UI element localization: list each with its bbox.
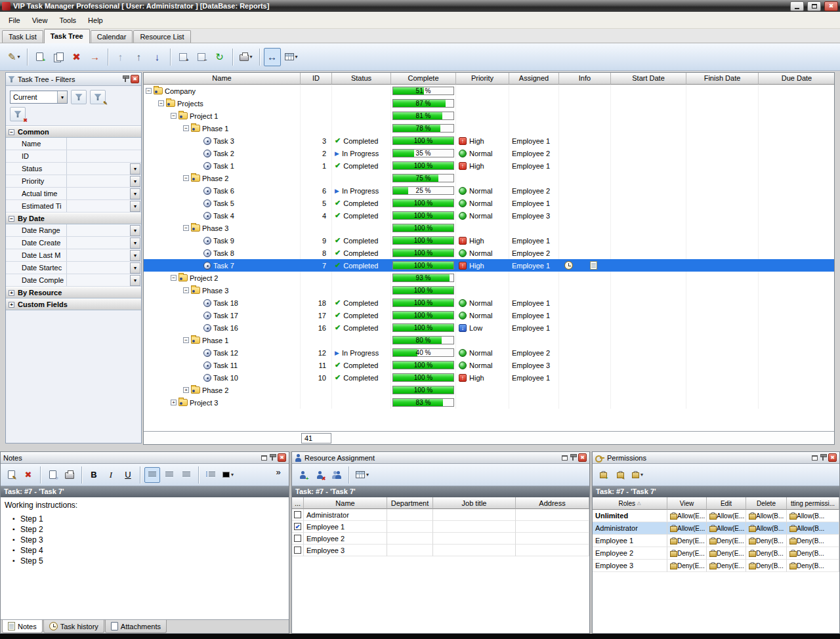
task-row[interactable]: Task 1010✔Completed100 %↑HighEmployee 1 <box>144 371 834 384</box>
task-row[interactable]: Task 1616✔Completed100 %↓LowEmployee 1 <box>144 321 834 334</box>
column-header-due-date[interactable]: Due Date <box>759 73 834 85</box>
group-row[interactable]: −Phase 3100 % <box>144 284 834 297</box>
task-row[interactable]: Task 66▶In Progress25 %NormalEmployee 2 <box>144 184 834 197</box>
perm-column-edit[interactable]: Edit <box>707 497 746 510</box>
collapse-all-button[interactable]: − <box>193 48 210 66</box>
tab-resource-list[interactable]: Resource List <box>133 30 190 43</box>
task-row[interactable]: Task 88✔Completed100 %NormalEmployee 2 <box>144 247 834 259</box>
minimize-button[interactable] <box>790 1 804 11</box>
align-right-button[interactable] <box>178 467 194 483</box>
resource-checkbox[interactable] <box>294 535 301 542</box>
filter-field-priority[interactable]: Priority▾ <box>6 175 141 188</box>
permission-row[interactable]: AdministratorAllow(E...Allow(E...Allow(B… <box>593 522 839 535</box>
pin-icon[interactable] <box>123 75 128 83</box>
dropdown-button[interactable]: ▾ <box>130 188 140 199</box>
collapse-icon[interactable]: − <box>171 275 177 281</box>
collapse-icon[interactable]: − <box>183 337 189 343</box>
move-task-button[interactable]: → <box>87 48 104 66</box>
permissions-menu-button[interactable]: ▾ <box>629 467 646 483</box>
resource-checkbox[interactable] <box>294 511 301 518</box>
dropdown-button[interactable]: ▾ <box>130 176 140 187</box>
pin-icon[interactable] <box>820 454 826 461</box>
new-item-button[interactable]: ✎▾ <box>5 48 23 66</box>
filter-section-by-resource[interactable]: +By Resource <box>6 287 141 299</box>
task-row[interactable]: Task 1111✔Completed100 %NormalEmployee 3 <box>144 359 834 371</box>
dropdown-button[interactable]: ▾ <box>130 225 140 236</box>
tab-task-tree[interactable]: Task Tree <box>44 29 90 43</box>
group-row[interactable]: −Project 293 % <box>144 272 834 284</box>
close-button[interactable]: ✖ <box>824 1 838 11</box>
dropdown-button[interactable]: ▾ <box>130 163 140 175</box>
task-row[interactable]: Task 77✔Completed100 %↑HighEmployee 1 <box>144 259 834 272</box>
resource-list-button[interactable] <box>329 467 345 483</box>
dropdown-button[interactable]: ▾ <box>130 275 140 286</box>
filter-field-name[interactable]: Name <box>6 138 141 150</box>
restore-icon[interactable] <box>562 455 568 461</box>
resource-row[interactable]: ✔Employee 1 <box>292 521 589 533</box>
filter-field-date-range[interactable]: Date Range▾ <box>6 224 141 237</box>
clear-filter-button[interactable]: ✖ <box>10 107 26 121</box>
perm-column-delete[interactable]: Delete <box>746 497 787 510</box>
dropdown-button[interactable]: ▾ <box>130 262 140 274</box>
restore-icon[interactable] <box>812 455 818 461</box>
print-preview-button[interactable]: ○ <box>45 467 60 483</box>
delete-note-button[interactable]: ✖ <box>20 467 36 483</box>
tab-calendar[interactable]: Calendar <box>91 30 133 43</box>
expand-icon[interactable]: + <box>183 387 189 393</box>
permission-row[interactable]: Employee 3Deny(E...Deny(E...Deny(B...Den… <box>593 560 839 572</box>
refresh-button[interactable]: ↻ <box>211 48 228 66</box>
column-header-name[interactable]: Name <box>144 73 301 85</box>
filter-field-status[interactable]: Status▾ <box>6 163 141 175</box>
group-row[interactable]: −Projects87 % <box>144 97 834 110</box>
task-row[interactable]: Task 1717✔Completed100 %NormalEmployee 1 <box>144 309 834 321</box>
task-row[interactable]: Task 99✔Completed100 %↑HighEmployee 1 <box>144 234 834 247</box>
ra-column-job-title[interactable]: Job title <box>433 497 516 509</box>
collapse-icon[interactable]: − <box>183 175 189 181</box>
perm-column-tting-permissi[interactable]: tting permissi... <box>787 497 839 510</box>
column-header-complete[interactable]: Complete <box>391 73 456 85</box>
print-button[interactable] <box>62 467 77 483</box>
filter-field-estimated-ti[interactable]: Estimated Ti▾ <box>6 200 141 213</box>
print-export-button[interactable]: ▾ <box>237 48 255 66</box>
maximize-button[interactable] <box>807 1 821 11</box>
align-center-button[interactable] <box>161 467 177 483</box>
column-header-finish-date[interactable]: Finish Date <box>686 73 759 85</box>
pin-icon[interactable] <box>270 454 275 461</box>
filter-field-actual-time[interactable]: Actual time▾ <box>6 188 141 200</box>
apply-filter-button[interactable] <box>71 90 87 104</box>
tab-notes[interactable]: Notes <box>2 620 43 633</box>
filter-preset-select[interactable]: Current ▾ <box>10 91 68 104</box>
collapse-icon[interactable]: − <box>146 88 152 94</box>
task-row[interactable]: Task 1818✔Completed100 %NormalEmployee 1 <box>144 297 834 309</box>
resource-row[interactable]: Administrator <box>292 509 589 521</box>
ra-column-name[interactable]: Name <box>304 497 387 509</box>
tab-task-history[interactable]: Task history <box>43 620 104 633</box>
task-row[interactable]: Task 44✔Completed100 %NormalEmployee 3 <box>144 209 834 222</box>
italic-button[interactable]: I <box>103 467 119 483</box>
dropdown-button[interactable]: ▾ <box>130 250 140 261</box>
edit-filter-button[interactable]: ✎ <box>90 90 106 104</box>
permission-row[interactable]: Employee 1Deny(E...Deny(E...Deny(B...Den… <box>593 535 839 547</box>
permission-row[interactable]: UnlimitedAllow(E...Allow(E...Allow(B...A… <box>593 510 839 522</box>
expand-icon[interactable]: + <box>9 290 14 296</box>
tab-attachments[interactable]: Attachments <box>105 620 167 633</box>
column-header-priority[interactable]: Priority <box>456 73 509 85</box>
expand-all-button[interactable]: + <box>175 48 192 66</box>
menu-view[interactable]: View <box>26 14 54 27</box>
column-header-status[interactable]: Status <box>332 73 391 85</box>
notes-editor[interactable]: Working instructions: Step 1Step 2Step 3… <box>1 497 289 619</box>
group-row[interactable]: +Project 383 % <box>144 396 834 409</box>
menu-help[interactable]: Help <box>82 14 109 27</box>
expand-icon[interactable]: + <box>171 400 177 405</box>
filter-field-id[interactable]: ID <box>6 150 141 163</box>
column-header-start-date[interactable]: Start Date <box>611 73 686 85</box>
filter-section-custom-fields[interactable]: +Custom Fields <box>6 299 141 310</box>
close-icon[interactable]: ✖ <box>578 453 587 462</box>
pin-icon[interactable] <box>570 454 576 461</box>
filter-close-button[interactable]: ✖ <box>131 75 139 83</box>
restore-icon[interactable] <box>261 455 267 461</box>
grid-options-button[interactable]: ▾ <box>353 467 371 483</box>
filter-field-date-startec[interactable]: Date Startec▾ <box>6 262 141 274</box>
close-icon[interactable]: ✖ <box>278 453 286 462</box>
resource-row[interactable]: Employee 2 <box>292 533 589 545</box>
